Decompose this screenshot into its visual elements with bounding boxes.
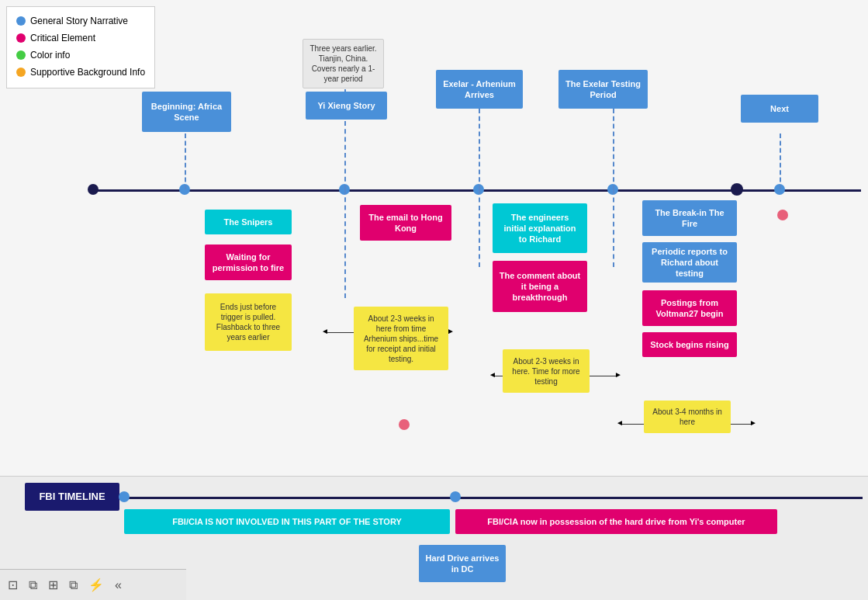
narrative-label: General Story Narrative: [30, 13, 128, 29]
pink-circle-2: [399, 419, 410, 430]
card-about-3-4: About 3-4 months in here: [644, 401, 731, 433]
card-exelar-arhenium[interactable]: Exelar - Arhenium Arrives: [436, 70, 523, 109]
legend-item-color: Color info: [16, 47, 145, 63]
card-beginning[interactable]: Beginning: Africa Scene: [142, 92, 231, 132]
toolbar: ⊡ ⧉ ⊞ ⧉ ⚡ «: [0, 569, 186, 600]
card-engineers-explanation[interactable]: The engineers initial explanation to Ric…: [493, 203, 587, 253]
card-break-in[interactable]: The Break-in The Fire: [642, 200, 737, 236]
critical-dot: [16, 33, 26, 43]
pink-circle-1: [777, 210, 788, 220]
toolbar-icon-2[interactable]: ⧉: [29, 578, 37, 592]
card-ends-before: Ends just before trigger is pulled. Flas…: [205, 293, 292, 351]
timeline-dot-5: [731, 183, 743, 196]
main-canvas: General Story Narrative Critical Element…: [0, 0, 868, 600]
card-about-2-3: About 2-3 weeks in here from time Arheni…: [354, 307, 448, 370]
fbi-dot-mid: [450, 491, 461, 502]
fbi-dot-start: [119, 491, 130, 502]
timeline-dot-start: [88, 184, 99, 195]
card-next[interactable]: Next: [741, 95, 818, 123]
card-about-2-3-testing: About 2-3 weeks in here. Time for more t…: [503, 349, 590, 393]
dashed-line-1: [185, 134, 186, 189]
card-three-years: Three years earlier. Tianjin, China. Cov…: [303, 39, 384, 88]
legend: General Story Narrative Critical Element…: [6, 6, 155, 88]
dashed-line-5: [780, 134, 781, 189]
toolbar-icon-3[interactable]: ⊞: [48, 577, 58, 592]
dashed-line-4: [613, 109, 614, 189]
card-periodic-reports[interactable]: Periodic reports to Richard about testin…: [642, 242, 737, 283]
critical-label: Critical Element: [30, 30, 95, 46]
card-fbi-not-involved: FBI/CIA IS NOT INVOLVED IN THIS PART OF …: [124, 509, 450, 534]
dashed-line-3: [479, 109, 480, 189]
card-hard-drive[interactable]: Hard Drive arrives in DC: [419, 545, 506, 582]
legend-item-critical: Critical Element: [16, 30, 145, 46]
dashed-line-2b: [344, 189, 346, 298]
card-fbi-possession: FBI/CIA now in possession of the hard dr…: [455, 509, 777, 534]
color-dot: [16, 50, 26, 60]
narrative-dot: [16, 16, 26, 26]
toolbar-icon-4[interactable]: ⧉: [69, 578, 78, 592]
card-exelar-testing[interactable]: The Exelar Testing Period: [558, 70, 648, 109]
legend-item-narrative: General Story Narrative: [16, 13, 145, 29]
color-label: Color info: [30, 47, 70, 63]
supportive-dot: [16, 68, 26, 77]
toolbar-icon-1[interactable]: ⊡: [8, 577, 18, 592]
fbi-label: FBI TIMELINE: [25, 483, 119, 511]
card-postings[interactable]: Postings from Voltman27 begin: [642, 290, 737, 326]
card-snipers[interactable]: The Snipers: [205, 210, 292, 234]
card-yi-xieng[interactable]: Yi Xieng Story: [306, 92, 387, 120]
card-comment-breakthrough[interactable]: The comment about it being a breakthroug…: [493, 261, 587, 312]
supportive-label: Supportive Background Info: [30, 64, 145, 80]
fbi-timeline-line: [124, 497, 863, 499]
card-waiting[interactable]: Waiting for permission to fire: [205, 245, 292, 280]
card-stock-rising[interactable]: Stock begins rising: [642, 332, 737, 357]
card-email-hk[interactable]: The email to Hong Kong: [360, 205, 451, 241]
legend-item-supportive: Supportive Background Info: [16, 64, 145, 80]
toolbar-icon-6[interactable]: «: [115, 578, 122, 592]
dashed-line-3b: [479, 189, 480, 267]
dashed-line-4b: [613, 189, 614, 267]
toolbar-icon-5[interactable]: ⚡: [88, 577, 104, 592]
